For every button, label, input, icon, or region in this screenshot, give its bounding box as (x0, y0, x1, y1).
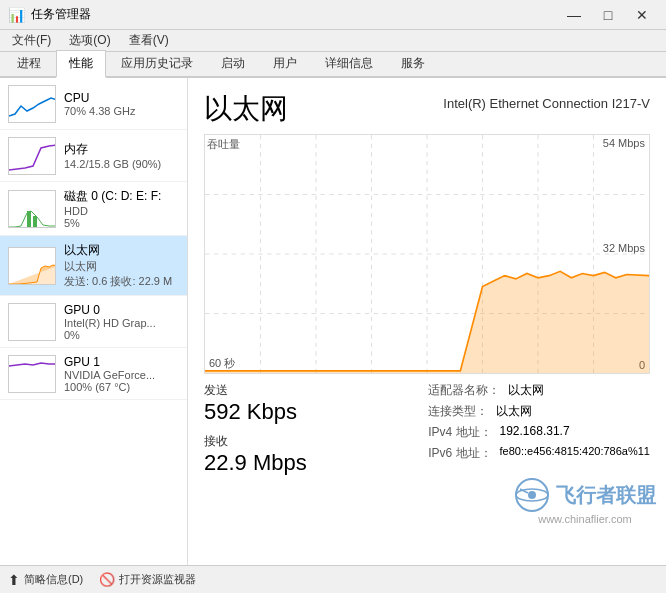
cpu-info: CPU 70% 4.38 GHz (64, 91, 179, 117)
detail-header: 以太网 Intel(R) Ethernet Connection I217-V (204, 90, 650, 128)
tab-startup[interactable]: 启动 (208, 50, 258, 76)
ethernet-chart (8, 247, 56, 285)
menu-bar: 文件(F) 选项(O) 查看(V) (0, 30, 666, 52)
gpu0-sub2: 0% (64, 329, 179, 341)
ethernet-info: 以太网 以太网 发送: 0.6 接收: 22.9 M (64, 242, 179, 289)
sidebar-item-cpu[interactable]: CPU 70% 4.38 GHz (0, 78, 187, 130)
gpu1-chart (8, 355, 56, 393)
disk-sub2: 5% (64, 217, 179, 229)
watermark-logo (514, 477, 550, 513)
gpu0-name: GPU 0 (64, 303, 179, 317)
gpu0-info: GPU 0 Intel(R) HD Grap... 0% (64, 303, 179, 341)
menu-file[interactable]: 文件(F) (4, 30, 59, 51)
tab-bar: 进程 性能 应用历史记录 启动 用户 详细信息 服务 (0, 52, 666, 78)
conn-type-label: 连接类型： (428, 403, 488, 420)
minimize-button[interactable]: — (558, 3, 590, 27)
memory-name: 内存 (64, 141, 179, 158)
title-bar-left: 📊 任务管理器 (8, 6, 91, 23)
app-title: 任务管理器 (31, 6, 91, 23)
title-bar-controls: — □ ✕ (558, 3, 658, 27)
close-button[interactable]: ✕ (626, 3, 658, 27)
tab-users[interactable]: 用户 (260, 50, 310, 76)
tab-services[interactable]: 服务 (388, 50, 438, 76)
send-value: 592 Kbps (204, 399, 408, 425)
sidebar-item-gpu1[interactable]: GPU 1 NVIDIA GeForce... 100% (67 °C) (0, 348, 187, 400)
monitor-button[interactable]: 🚫 打开资源监视器 (99, 572, 196, 587)
memory-chart (8, 137, 56, 175)
ipv6-label: IPv6 地址： (428, 445, 491, 462)
send-metric: 发送 592 Kbps (204, 382, 408, 425)
memory-info: 内存 14.2/15.8 GB (90%) (64, 141, 179, 170)
ipv4-label: IPv4 地址： (428, 424, 491, 441)
ethernet-name: 以太网 (64, 242, 179, 259)
adapter-value: 以太网 (508, 382, 544, 399)
cpu-sub1: 70% 4.38 GHz (64, 105, 179, 117)
ipv6-row: IPv6 地址： fe80::e456:4815:420:786a%11 (428, 445, 650, 462)
watermark: 飞行者联盟 www.chinaflier.com (514, 477, 656, 525)
status-bar: ⬆ 简略信息(D) 🚫 打开资源监视器 (0, 565, 666, 593)
ipv6-value: fe80::e456:4815:420:786a%11 (500, 445, 650, 462)
adapter-row: 适配器名称： 以太网 (428, 382, 650, 399)
sidebar-item-gpu0[interactable]: GPU 0 Intel(R) HD Grap... 0% (0, 296, 187, 348)
sidebar-item-ethernet[interactable]: 以太网 以太网 发送: 0.6 接收: 22.9 M (0, 236, 187, 296)
summary-label: 简略信息(D) (24, 572, 83, 587)
send-label: 发送 (204, 382, 408, 399)
metrics-col: 发送 592 Kbps 接收 22.9 Mbps (204, 382, 408, 476)
recv-value: 22.9 Mbps (204, 450, 408, 476)
disk-name: 磁盘 0 (C: D: E: F: (64, 188, 179, 205)
adapter-col: 适配器名称： 以太网 连接类型： 以太网 IPv4 地址： 192.168.31… (428, 382, 650, 476)
disk-sub1: HDD (64, 205, 179, 217)
svg-point-22 (528, 491, 536, 499)
svg-rect-2 (9, 191, 56, 228)
svg-marker-19 (205, 271, 649, 373)
recv-label: 接收 (204, 433, 408, 450)
title-bar: 📊 任务管理器 — □ ✕ (0, 0, 666, 30)
adapter-label: 适配器名称： (428, 382, 500, 399)
main-content: CPU 70% 4.38 GHz 内存 14.2/15.8 GB (90%) (0, 78, 666, 565)
svg-rect-7 (9, 304, 56, 341)
maximize-button[interactable]: □ (592, 3, 624, 27)
gpu1-name: GPU 1 (64, 355, 179, 369)
watermark-url: www.chinaflier.com (538, 513, 632, 525)
recv-metric: 接收 22.9 Mbps (204, 433, 408, 476)
cpu-name: CPU (64, 91, 179, 105)
svg-rect-0 (9, 86, 56, 123)
svg-rect-3 (27, 211, 31, 227)
detail-subtitle: Intel(R) Ethernet Connection I217-V (443, 96, 650, 111)
svg-rect-4 (33, 216, 37, 227)
tab-performance[interactable]: 性能 (56, 50, 106, 78)
conn-type-value: 以太网 (496, 403, 532, 420)
info-grid: 发送 592 Kbps 接收 22.9 Mbps 适配器名称： 以太网 连接类型… (204, 382, 650, 476)
svg-rect-8 (9, 356, 56, 393)
gpu1-info: GPU 1 NVIDIA GeForce... 100% (67 °C) (64, 355, 179, 393)
sidebar-item-memory[interactable]: 内存 14.2/15.8 GB (90%) (0, 130, 187, 182)
gpu1-sub1: NVIDIA GeForce... (64, 369, 179, 381)
monitor-label: 打开资源监视器 (119, 572, 196, 587)
sidebar-item-disk[interactable]: 磁盘 0 (C: D: E: F: HDD 5% (0, 182, 187, 236)
disk-chart (8, 190, 56, 228)
ipv4-value: 192.168.31.7 (500, 424, 570, 441)
tab-details[interactable]: 详细信息 (312, 50, 386, 76)
tab-processes[interactable]: 进程 (4, 50, 54, 76)
menu-view[interactable]: 查看(V) (121, 30, 177, 51)
gpu0-chart (8, 303, 56, 341)
gpu0-sub1: Intel(R) HD Grap... (64, 317, 179, 329)
tab-app-history[interactable]: 应用历史记录 (108, 50, 206, 76)
network-chart: 吞吐量 54 Mbps 32 Mbps 60 秒 0 (204, 134, 650, 374)
conn-type-row: 连接类型： 以太网 (428, 403, 650, 420)
sidebar: CPU 70% 4.38 GHz 内存 14.2/15.8 GB (90%) (0, 78, 188, 565)
disk-info: 磁盘 0 (C: D: E: F: HDD 5% (64, 188, 179, 229)
ethernet-sub1: 以太网 (64, 259, 179, 274)
ipv4-row: IPv4 地址： 192.168.31.7 (428, 424, 650, 441)
gpu1-sub2: 100% (67 °C) (64, 381, 179, 393)
watermark-text: 飞行者联盟 (556, 482, 656, 509)
summary-icon: ⬆ (8, 572, 20, 588)
detail-panel: 以太网 Intel(R) Ethernet Connection I217-V … (188, 78, 666, 565)
memory-sub1: 14.2/15.8 GB (90%) (64, 158, 179, 170)
ethernet-sub2: 发送: 0.6 接收: 22.9 M (64, 274, 179, 289)
summary-button[interactable]: ⬆ 简略信息(D) (8, 572, 83, 588)
cpu-chart (8, 85, 56, 123)
detail-title: 以太网 (204, 90, 288, 128)
app-icon: 📊 (8, 7, 25, 23)
menu-options[interactable]: 选项(O) (61, 30, 118, 51)
